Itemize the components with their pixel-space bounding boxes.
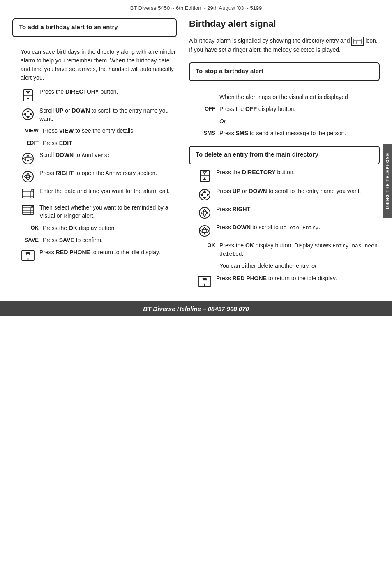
- left-column: To add a birthday alert to an entry You …: [12, 18, 185, 292]
- step-save: SAVE Press SAVE to confirm.: [21, 236, 177, 244]
- step-view-text: Press VIEW to see the entry details.: [43, 127, 177, 135]
- delete-directory-icon: [197, 168, 212, 183]
- signal-text: A birthday alarm is signalled by showing…: [189, 37, 380, 54]
- delete-step-scroll-down: Press DOWN to scroll to Delete Entry.: [197, 224, 380, 237]
- add-birthday-steps: You can save birthdays in the directory …: [12, 44, 177, 262]
- delete-right-icon: [197, 205, 212, 219]
- step-scroll-down-annivers: Scroll DOWN to Annivers:: [21, 151, 177, 165]
- svg-marker-3: [26, 91, 30, 94]
- stop-step-sms: SMS Press SMS to send a text message to …: [197, 129, 380, 138]
- step-select-alert-type-text: Then select whether you want to be remin…: [39, 204, 177, 220]
- svg-marker-8: [30, 113, 32, 116]
- svg-marker-18: [26, 178, 30, 180]
- stop-off-label: OFF: [197, 105, 215, 112]
- step-ok-left-label: OK: [21, 224, 39, 231]
- step-edit: EDIT Press EDIT: [21, 139, 177, 147]
- delete-step-red-phone: Press RED PHONE to return to the idle di…: [197, 274, 380, 288]
- stop-birthday-steps: When the alert rings or the visual alert…: [189, 89, 380, 138]
- birthday-alert-signal-section: Birthday alert signal A birthday alarm i…: [189, 18, 380, 54]
- step-directory: Press the DIRECTORY button.: [21, 88, 177, 103]
- delete-scroll-updown-icon: [197, 187, 212, 201]
- step-enter-date-text: Enter the date and time you want for the…: [39, 187, 177, 196]
- phone-icon-inline: [351, 37, 364, 46]
- stop-step-or: Or: [197, 118, 380, 126]
- step-edit-text: Press EDIT: [43, 139, 177, 147]
- footer-bar: BT Diverse Helpline – 08457 908 070: [0, 301, 392, 316]
- step-right-anniversary: Press RIGHT to open the Anniversary sect…: [21, 169, 177, 183]
- step-view: VIEW Press VIEW to see the entry details…: [21, 127, 177, 135]
- step-save-text: Press SAVE to confirm.: [43, 236, 177, 244]
- right-anniversary-icon: [21, 169, 35, 183]
- delete-entry-title: To delete an entry from the main directo…: [196, 151, 373, 158]
- step-red-phone-left: Press RED PHONE to return to the idle di…: [21, 249, 177, 262]
- stop-step-off: OFF Press the OFF display button.: [197, 105, 380, 113]
- delete-ok-label: OK: [197, 242, 215, 248]
- stop-off-text: Press the OFF display button.: [219, 105, 380, 113]
- svg-marker-13: [26, 155, 30, 157]
- stop-step-intro: When the alert rings or the visual alert…: [197, 93, 380, 101]
- page-header: BT Diverse 5450 ~ 6th Edition ~ 29th Aug…: [0, 0, 392, 14]
- svg-marker-17: [26, 173, 30, 175]
- delete-step-or-text: You can either delete another entry, or: [219, 262, 380, 270]
- step-right-anniversary-text: Press RIGHT to open the Anniversary sect…: [39, 169, 177, 177]
- delete-or-spacer: [197, 262, 215, 263]
- delete-step-ok: OK Press the OK display button. Display …: [197, 242, 380, 258]
- delete-step-scroll-updown: Press UP or DOWN to scroll to the entry …: [197, 187, 380, 201]
- header-title: BT Diverse 5450 ~ 6th Edition ~ 29th Aug…: [130, 5, 262, 11]
- svg-marker-59: [207, 229, 209, 233]
- keyboard-alert-icon: [21, 204, 35, 216]
- intro-text: You can save birthdays in the directory …: [21, 48, 177, 82]
- scroll-updown-icon: [21, 107, 35, 121]
- svg-marker-57: [203, 232, 206, 235]
- svg-marker-45: [203, 172, 206, 174]
- delete-entry-box: To delete an entry from the main directo…: [189, 146, 380, 164]
- step-edit-label: EDIT: [21, 139, 39, 146]
- delete-red-phone-icon: [197, 274, 212, 288]
- step-select-alert-type: Then select whether you want to be remin…: [21, 204, 177, 220]
- svg-marker-10: [26, 160, 30, 162]
- step-scroll-updown-text: Scroll UP or DOWN to scroll to the entry…: [39, 107, 177, 123]
- step-red-phone-left-text: Press RED PHONE to return to the idle di…: [39, 249, 177, 257]
- stop-step-or-text: Or: [219, 118, 380, 126]
- svg-marker-50: [207, 193, 209, 196]
- directory-icon: [21, 88, 35, 103]
- side-tab: USING THE TELEPHONE: [383, 144, 392, 218]
- svg-marker-7: [23, 113, 26, 116]
- stop-step-intro-text: When the alert rings or the visual alert…: [219, 93, 380, 101]
- keyboard-date-icon: [21, 187, 35, 200]
- step-directory-text: Press the DIRECTORY button.: [39, 88, 177, 96]
- delete-step-right: Press RIGHT.: [197, 205, 380, 219]
- svg-marker-11: [23, 157, 26, 160]
- svg-marker-44: [203, 177, 206, 180]
- stop-sms-text: Press SMS to send a text message to the …: [219, 129, 380, 138]
- delete-red-phone-text: Press RED PHONE to return to the idle di…: [216, 274, 380, 283]
- svg-marker-2: [26, 97, 30, 99]
- svg-marker-47: [203, 190, 206, 193]
- svg-marker-54: [203, 209, 206, 212]
- stop-birthday-alert-title: To stop a birthday alert: [196, 67, 373, 74]
- svg-rect-39: [354, 39, 361, 44]
- step-scroll-down-annivers-text: Scroll DOWN to Annivers:: [39, 151, 177, 159]
- svg-marker-58: [200, 229, 203, 233]
- step-enter-date: Enter the date and time you want for the…: [21, 187, 177, 200]
- step-ok-left: OK Press the OK display button.: [21, 224, 177, 233]
- add-birthday-alert-title: To add a birthday alert to an entry: [19, 23, 170, 30]
- delete-step-scroll-down-text: Press DOWN to scroll to Delete Entry.: [216, 224, 380, 232]
- svg-marker-5: [26, 110, 30, 112]
- stop-birthday-alert-box: To stop a birthday alert: [189, 62, 380, 81]
- svg-marker-49: [200, 193, 203, 196]
- svg-marker-60: [203, 227, 206, 230]
- svg-marker-6: [26, 116, 30, 119]
- delete-step-or: You can either delete another entry, or: [197, 262, 380, 270]
- step-scroll-updown: Scroll UP or DOWN to scroll to the entry…: [21, 107, 177, 123]
- step-save-label: SAVE: [21, 236, 39, 243]
- red-phone-left-icon: [21, 249, 35, 262]
- scroll-down-annivers-icon: [21, 151, 35, 165]
- svg-marker-12: [30, 157, 32, 160]
- delete-step-right-text: Press RIGHT.: [216, 205, 380, 214]
- step-view-label: VIEW: [21, 127, 39, 134]
- svg-marker-55: [203, 214, 206, 217]
- delete-scroll-down-icon: [197, 224, 212, 237]
- delete-step-scroll-updown-text: Press UP or DOWN to scroll to the entry …: [216, 187, 380, 196]
- delete-step-directory: Press the DIRECTORY button.: [197, 168, 380, 183]
